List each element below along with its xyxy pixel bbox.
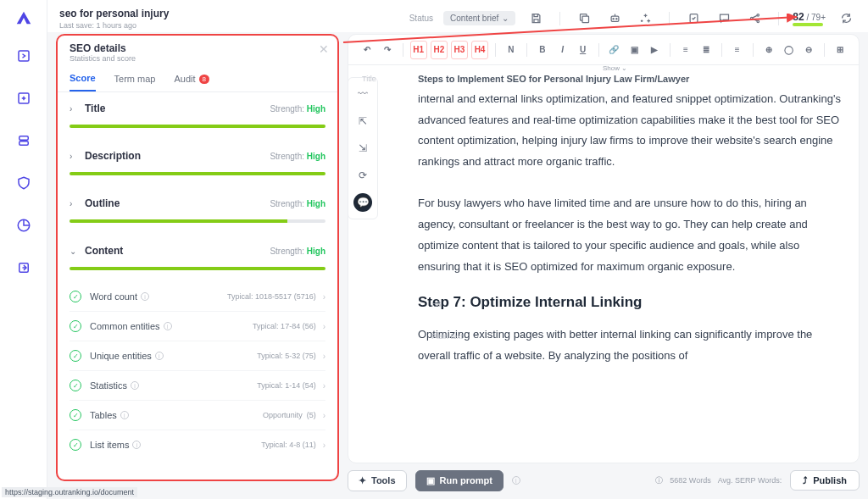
- check-icon: [70, 439, 81, 451]
- underline-button[interactable]: U: [575, 41, 592, 59]
- item-tables[interactable]: Tablesi Opportunity (5) ›: [70, 400, 326, 430]
- link-icon[interactable]: 🔗: [605, 41, 622, 59]
- refresh-icon[interactable]: [836, 8, 856, 29]
- paragraph: For busy lawyers who have limited time a…: [418, 193, 843, 277]
- section-outline[interactable]: › Outline Strength: High: [58, 187, 337, 213]
- video-icon[interactable]: ▶: [646, 41, 663, 59]
- list-ol-icon[interactable]: ≣: [698, 41, 715, 59]
- status-dropdown[interactable]: Content brief⌄: [443, 11, 515, 25]
- image-icon[interactable]: ▣: [626, 41, 643, 59]
- serp-label: Avg. SERP Words:: [718, 476, 782, 485]
- italic-button[interactable]: I: [554, 41, 571, 59]
- svg-point-8: [613, 19, 614, 19]
- check-icon: [70, 380, 81, 391]
- section-content[interactable]: ⌄ Content Strength: High: [58, 235, 337, 260]
- h2-button[interactable]: H2: [431, 41, 448, 59]
- share-icon[interactable]: [744, 8, 765, 29]
- zoom-reset-icon[interactable]: ◯: [781, 41, 798, 59]
- paragraph: internal and external links optimization…: [418, 89, 843, 173]
- document-title: seo for personal injury: [59, 8, 169, 19]
- nav-export-icon[interactable]: [10, 254, 37, 281]
- word-count-label: 5682 Words: [670, 476, 710, 485]
- list-ul-icon[interactable]: ≡: [677, 41, 694, 59]
- nav-database-icon[interactable]: [10, 127, 37, 154]
- info-icon[interactable]: i: [512, 476, 520, 485]
- item-common-entities[interactable]: Common entitiesi Typical: 17-84 (56) ›: [70, 311, 326, 341]
- item-unique-entities[interactable]: Unique entitiesi Typical: 5-32 (75) ›: [70, 341, 326, 370]
- h3-button[interactable]: H3: [451, 41, 468, 59]
- app-logo: [14, 8, 33, 27]
- bold-button[interactable]: B: [534, 41, 551, 59]
- nav-expand-icon[interactable]: [10, 42, 37, 69]
- svg-rect-2: [19, 136, 28, 141]
- nav-add-icon[interactable]: [10, 85, 37, 112]
- show-toggle[interactable]: Show ⌄: [603, 64, 627, 72]
- save-icon[interactable]: [526, 8, 546, 29]
- undo-icon[interactable]: ↶: [359, 41, 376, 59]
- nav-shield-icon[interactable]: [10, 169, 37, 197]
- h3-tag-label: H3: [431, 297, 442, 312]
- panel-subtitle: Statistics and score: [70, 54, 326, 63]
- check-doc-icon[interactable]: [683, 8, 704, 29]
- article-body[interactable]: internal and external links optimization…: [348, 86, 859, 463]
- publish-button[interactable]: ⤴ Publish: [790, 470, 860, 491]
- status-bar-url: https://staging.outranking.io/document: [2, 487, 137, 497]
- svg-point-12: [757, 14, 760, 17]
- copy-icon[interactable]: [574, 8, 594, 29]
- section-description[interactable]: › Description Strength: High: [58, 140, 337, 165]
- tab-score[interactable]: Score: [70, 73, 96, 91]
- svg-point-13: [757, 20, 760, 23]
- paragraph: Optimizing existing pages with better in…: [418, 324, 843, 366]
- heading-step7: Step 7: Optimize Internal Linking: [418, 289, 843, 316]
- check-icon: [70, 320, 81, 332]
- svg-rect-3: [19, 141, 28, 146]
- editor-toolbar: ↶ ↷ H1 H2 H3 H4 N B I U 🔗 ▣ ▶ ≡ ≣ ≡ ⊕ ◯ …: [348, 35, 859, 65]
- grid-icon[interactable]: ⊞: [832, 41, 849, 59]
- close-icon[interactable]: ✕: [319, 42, 329, 56]
- sparkle-icon[interactable]: [635, 8, 655, 29]
- article-title: Steps to Implement SEO for Personal Inju…: [418, 74, 689, 84]
- item-list-items[interactable]: List itemsi Typical: 4-8 (11) ›: [70, 430, 326, 459]
- svg-rect-0: [19, 51, 29, 61]
- normal-button[interactable]: N: [503, 41, 520, 59]
- status-label: Status: [409, 14, 433, 23]
- item-wordcount[interactable]: Word counti Typical: 1018-5517 (5716) ›: [70, 282, 326, 311]
- nav-analytics-icon[interactable]: [10, 212, 37, 239]
- panel-title: SEO details: [70, 42, 326, 54]
- tools-button[interactable]: ✦ Tools: [348, 470, 407, 491]
- svg-point-9: [616, 19, 617, 19]
- tab-termmap[interactable]: Term map: [114, 73, 156, 91]
- run-prompt-button[interactable]: ▣ Run prompt: [415, 470, 504, 491]
- align-icon[interactable]: ≡: [729, 41, 746, 59]
- check-icon: [70, 291, 81, 302]
- redo-icon[interactable]: ↷: [379, 41, 396, 59]
- svg-rect-6: [582, 16, 589, 23]
- zoom-out-icon[interactable]: ⊖: [800, 41, 817, 59]
- score-display: 82 / 79+: [793, 11, 826, 26]
- editor-footer: ✦ Tools ▣ Run prompt i ⓘ 5682 Words Avg.…: [348, 467, 860, 494]
- zoom-in-icon[interactable]: ⊕: [760, 41, 777, 59]
- robot-icon[interactable]: [604, 8, 625, 29]
- plain-tag-label: Plain text: [431, 330, 463, 344]
- section-title[interactable]: › Title Strength: High: [58, 92, 337, 118]
- title-tag-label: Title: [362, 75, 376, 83]
- tab-audit[interactable]: Audit8: [174, 73, 209, 91]
- h1-button[interactable]: H1: [410, 41, 427, 59]
- check-icon: [70, 350, 81, 362]
- seo-details-panel: SEO details Statistics and score ✕ Score…: [56, 34, 339, 481]
- app-sidebar: [0, 0, 47, 499]
- item-statistics[interactable]: Statisticsi Typical: 1-14 (54) ›: [70, 370, 326, 400]
- h4-button[interactable]: H4: [471, 41, 488, 59]
- last-save-label: Last save: 1 hours ago: [59, 21, 169, 30]
- comment-icon[interactable]: [714, 8, 734, 29]
- header-bar: seo for personal injury Last save: 1 hou…: [47, 0, 868, 32]
- editor-area: ↶ ↷ H1 H2 H3 H4 N B I U 🔗 ▣ ▶ ≡ ≣ ≡ ⊕ ◯ …: [348, 34, 860, 463]
- svg-point-11: [750, 17, 753, 19]
- check-icon: [70, 409, 81, 421]
